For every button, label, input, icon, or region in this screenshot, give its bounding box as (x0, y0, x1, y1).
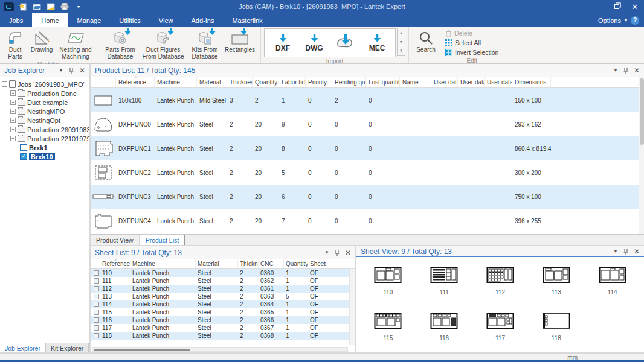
tree-item-root[interactable]: − Jobs '26091983_MPO' (2, 80, 89, 89)
tab-home[interactable]: Home (32, 13, 68, 27)
caret-down-icon[interactable]: ▼ (324, 250, 329, 255)
import-figure-button[interactable] (330, 33, 361, 52)
pin-icon[interactable] (69, 68, 74, 74)
caret-down-icon[interactable]: ▼ (613, 68, 618, 73)
table-row[interactable]: DXFPUNC4 Lantek Punch Steel 2 20 7 0 0 0… (91, 209, 644, 233)
sheet-thumbnail-item[interactable]: 113 (528, 262, 584, 308)
column-lost-quantity[interactable]: Lost quantity (366, 77, 400, 87)
column-thickness[interactable]: Thickness (227, 77, 253, 87)
caret-down-icon[interactable]: ▼ (59, 68, 63, 73)
table-row[interactable]: 117 Lantek Punch Steel 2 0367 1 OF (91, 324, 355, 332)
delete-button[interactable]: Delete (443, 28, 501, 37)
column-material[interactable]: Material (196, 259, 238, 268)
table-row[interactable]: 116 Lantek Punch Steel 2 0366 1 OF (91, 316, 355, 324)
column-material[interactable]: Material (197, 77, 227, 87)
close-icon[interactable]: ✕ (345, 249, 351, 257)
import-dxf-button[interactable]: DXF (267, 34, 298, 52)
table-row[interactable]: 114 Lantek Punch Steel 2 0364 1 OF (91, 300, 355, 308)
column-dimensions[interactable]: Dimensions (512, 77, 551, 87)
save-icon[interactable] (46, 2, 56, 11)
column-quantity[interactable]: Quantity (253, 77, 279, 87)
import-mec-button[interactable]: MEC (361, 34, 393, 52)
caret-down-icon[interactable]: ▼ (613, 249, 618, 254)
restore-button[interactable] (608, 0, 626, 13)
table-row[interactable]: 110 Lantek Punch Steel 2 0360 1 OF (91, 269, 355, 277)
tree-item-duct-example[interactable]: + Duct example (2, 98, 89, 107)
select-all-button[interactable]: Select All (443, 38, 501, 47)
sheet-thumbnail-item[interactable]: 114 (584, 262, 640, 308)
table-row[interactable]: DXFPUNC3 Lantek Punch Steel 2 20 6 0 0 0… (91, 185, 644, 209)
tab-product-view[interactable]: Product View (91, 235, 140, 245)
column-cnc[interactable]: CNC (259, 259, 284, 268)
tab-add-ins[interactable]: Add-Ins (182, 13, 223, 27)
column-user-data-2[interactable]: User data 2 (458, 77, 485, 87)
tree-item-production-done[interactable]: + Production Done (2, 89, 89, 98)
tree-item-nestingmpo[interactable]: + NestingMPO (2, 107, 89, 116)
sheet-thumbnail-item[interactable]: 116 (416, 308, 472, 354)
table-row[interactable]: 118 Lantek Punch Steel 2 0368 1 OF (91, 332, 355, 340)
tree-item-brxk10[interactable]: Brxk10 (2, 152, 89, 161)
pin-icon[interactable] (335, 250, 340, 256)
scrollbar-thumb[interactable] (640, 78, 644, 145)
column-machine[interactable]: Machine (155, 77, 197, 87)
qat-caret-icon[interactable]: ▾ (74, 2, 83, 11)
column-machine[interactable]: Machine (130, 259, 196, 268)
minimize-button[interactable] (590, 0, 608, 13)
new-job-icon[interactable] (18, 2, 28, 11)
drawing-button[interactable]: Drawing (27, 29, 56, 54)
column-reference[interactable]: ^Reference (100, 259, 130, 268)
close-button[interactable]: ✕ (626, 0, 644, 13)
expander-minus-icon[interactable]: − (2, 81, 7, 87)
scroll-down-icon[interactable]: ▼ (397, 37, 405, 46)
product-list-vertical-scrollbar[interactable] (639, 77, 644, 234)
sheet-thumbnail-item[interactable]: 118 (528, 308, 584, 354)
nesting-machining-button[interactable]: Nesting and Machining (56, 29, 95, 60)
table-row[interactable]: 111 Lantek Punch Steel 2 0362 1 OF (91, 277, 355, 285)
tab-job-explorer[interactable]: Job Explorer (0, 343, 46, 352)
close-icon[interactable]: ✕ (634, 247, 640, 256)
column-labor-ticket[interactable]: Labor tick.. (279, 77, 306, 87)
sheet-thumbnail-item[interactable]: 112 (472, 262, 529, 308)
column-name[interactable]: Name (400, 77, 431, 87)
search-button[interactable]: Search (412, 29, 440, 54)
expander-plus-icon[interactable]: + (10, 109, 16, 114)
table-row[interactable]: 115 Lantek Punch Steel 2 0365 1 OF (91, 308, 355, 316)
rectangles-button[interactable]: Rectangles (222, 29, 257, 54)
tab-view[interactable]: View (150, 13, 182, 27)
column-reference[interactable]: ^Reference (116, 77, 155, 87)
column-sheet[interactable]: Sheet (308, 259, 343, 268)
column-pending-quantity[interactable]: Pending qua... (332, 77, 366, 87)
tree-item-production-26091983[interactable]: + Production 26091983 (2, 125, 89, 134)
column-quantity[interactable]: Quantity (284, 259, 308, 268)
print-icon[interactable] (60, 2, 69, 11)
tree-item-brxk1[interactable]: Brxk1 (2, 143, 89, 152)
table-row[interactable]: DXFPUNC2 Lantek Punch Steel 2 20 5 0 0 0… (91, 160, 644, 185)
tab-utilities[interactable]: Utilities (110, 13, 149, 27)
options-button[interactable]: Options (598, 17, 621, 24)
scroll-more-icon[interactable]: ⇟ (397, 46, 405, 56)
scroll-up-icon[interactable]: ▲ (397, 28, 405, 37)
sheet-list-horizontal-scrollbar[interactable] (92, 347, 348, 352)
table-row[interactable]: 150x100 Lantek Punch Mild Steel 3 2 1 0 … (91, 88, 644, 112)
table-row[interactable]: DXFPUNC1 Lantek Punch Steel 2 20 8 0 0 0… (91, 136, 644, 160)
expander-plus-icon[interactable]: + (10, 91, 16, 96)
sheet-thumbnail-item[interactable]: 117 (472, 308, 529, 354)
app-logo[interactable] (4, 2, 14, 11)
column-user-data-3[interactable]: User data 3 (485, 77, 512, 87)
tab-kit-explorer[interactable]: Kit Explorer (46, 343, 89, 352)
column-user-data-1[interactable]: User data 1 (431, 77, 458, 87)
sheet-thumbnail-item[interactable]: 111 (416, 262, 472, 308)
scrollbar-thumb[interactable] (94, 349, 190, 351)
table-row[interactable]: DXFPUNC0 Lantek Punch Steel 2 20 9 0 0 0… (91, 112, 644, 136)
import-dwg-button[interactable]: DWG (298, 34, 330, 52)
invert-selection-button[interactable]: Invert Selection (443, 48, 501, 57)
column-priority[interactable]: Priority (306, 77, 332, 87)
duct-figures-from-database-button[interactable]: Duct Figures From Database (139, 29, 187, 60)
tab-product-list[interactable]: Product List (140, 235, 185, 245)
tab-jobs[interactable]: Jobs (0, 13, 32, 27)
expander-minus-icon[interactable]: − (10, 136, 16, 141)
pin-icon[interactable] (623, 68, 628, 74)
expander-plus-icon[interactable]: + (10, 127, 16, 132)
expander-plus-icon[interactable]: + (10, 118, 16, 123)
sheet-list-vertical-scrollbar[interactable] (349, 269, 355, 345)
